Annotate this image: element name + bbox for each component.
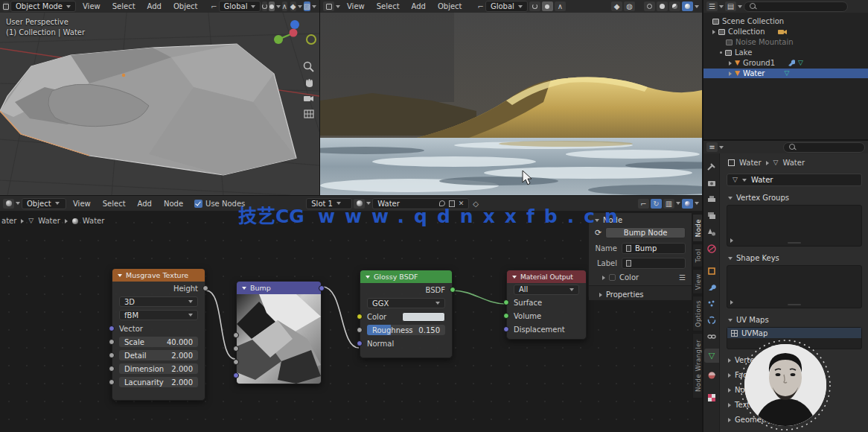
breadcrumb-data[interactable]: Water [782, 159, 805, 167]
shader-type-dropdown[interactable]: Object [22, 198, 66, 209]
socket-normal-output[interactable] [319, 285, 325, 291]
active-node-button[interactable]: Bump Node [605, 227, 686, 238]
tab-scene[interactable] [704, 225, 719, 239]
orientation-dropdown[interactable]: Global [485, 1, 528, 12]
sidebar-tab-tool[interactable]: Tool [692, 244, 702, 267]
shading-material-icon[interactable] [669, 1, 680, 11]
outliner-row-ground1[interactable]: ▼ Ground1 ▽ [703, 58, 868, 68]
socket-vector-input[interactable] [109, 325, 115, 331]
tab-particles[interactable] [704, 296, 719, 311]
tab-view-layer[interactable] [704, 209, 719, 223]
menu-object[interactable]: Object [433, 1, 467, 11]
outliner-row-lake[interactable]: Lake [703, 48, 868, 57]
properties-editor-type-icon[interactable]: ≡ [706, 142, 718, 152]
tab-object-data[interactable]: ▽ [704, 349, 719, 363]
outliner-row-scene-collection[interactable]: Scene Collection [703, 16, 868, 26]
pan-hand-icon[interactable] [303, 77, 315, 89]
tab-world[interactable] [704, 241, 719, 255]
overlays-icon[interactable]: ◍ [624, 1, 635, 11]
editor-type-icon[interactable] [323, 1, 334, 11]
menu-select[interactable]: Select [107, 1, 141, 11]
refresh-icon[interactable]: ⟳ [595, 228, 601, 238]
proportional-edit-icon[interactable] [542, 1, 553, 11]
falloff-curve-icon[interactable]: ∧ [282, 1, 287, 11]
tab-texture[interactable] [704, 390, 719, 404]
menu-object[interactable]: Object [168, 1, 203, 11]
socket-height-input[interactable] [233, 359, 239, 365]
tab-render[interactable] [704, 176, 719, 190]
collapse-icon[interactable] [242, 287, 246, 290]
scale-slider[interactable]: Scale40.000 [119, 337, 198, 347]
list-resize-grip[interactable] [788, 304, 801, 305]
outliner-filter-icon[interactable]: ☰ [706, 1, 718, 11]
collapse-icon[interactable] [118, 274, 122, 277]
tab-modifiers[interactable] [704, 280, 719, 294]
snap-toggle-icon[interactable]: ↻ [651, 199, 662, 209]
socket-height-output[interactable] [202, 285, 208, 291]
overlay-split-icon[interactable]: ▥ [663, 199, 674, 209]
shading-solid-icon[interactable] [657, 1, 668, 11]
proportional-edit-icon[interactable] [269, 1, 274, 11]
socket-normal-input[interactable] [357, 340, 363, 346]
panel-uv-maps[interactable]: UV Maps [721, 308, 868, 327]
sidebar-tab-view[interactable]: View [692, 269, 702, 294]
properties-search-input[interactable] [799, 144, 858, 151]
socket-distance-input[interactable] [233, 346, 239, 352]
collapse-icon[interactable] [366, 276, 370, 279]
vertex-groups-list[interactable] [727, 205, 862, 247]
menu-node[interactable]: Node [159, 199, 188, 209]
tab-physics[interactable] [704, 313, 719, 327]
dimension-slider[interactable]: Dimension2.000 [119, 363, 198, 374]
data-name-field[interactable]: ▽ Water [727, 174, 862, 186]
color-swatch[interactable] [402, 312, 445, 322]
snap-icon[interactable] [529, 1, 540, 11]
socket-color-input[interactable] [357, 314, 363, 320]
socket-normal-input[interactable] [233, 372, 239, 378]
falloff-curve-icon[interactable]: ∧ [555, 1, 566, 11]
node-musgrave-texture[interactable]: Musgrave Texture Height 3D fBM Vector Sc… [112, 268, 205, 401]
menu-select[interactable]: Select [371, 1, 405, 11]
orientation-dropdown[interactable]: Global [219, 1, 261, 12]
musgrave-dimensions-dropdown[interactable]: 3D [119, 296, 198, 307]
sidebar-tab-node[interactable]: Node [692, 214, 702, 242]
color-checkbox[interactable] [609, 274, 616, 281]
menu-view[interactable]: View [342, 1, 370, 11]
outliner-row-noise-mountain[interactable]: Noise Mountain [703, 37, 868, 47]
tab-output[interactable] [704, 192, 719, 206]
color-presets-icon[interactable]: ☰ [679, 273, 686, 282]
socket-detail-input[interactable] [109, 352, 115, 358]
breadcrumb-object[interactable]: Water [739, 159, 762, 167]
outliner-row-water[interactable]: ▼ Water ▽ [703, 69, 868, 78]
shading-wireframe-icon[interactable] [644, 1, 655, 11]
camera-view-icon[interactable] [303, 92, 315, 104]
shading-sphere-icon[interactable] [682, 199, 693, 209]
navigation-gizmo[interactable] [272, 18, 319, 58]
snap-icon[interactable] [262, 1, 267, 11]
sidebar-tab-node-wrangler[interactable]: Node Wrangler [692, 333, 702, 398]
panel-shape-keys[interactable]: Shape Keys [721, 247, 868, 265]
tab-object[interactable] [704, 264, 719, 278]
glossy-distribution-dropdown[interactable]: GGX [367, 298, 445, 308]
tab-material[interactable] [704, 368, 719, 382]
node-label-field[interactable] [622, 258, 686, 269]
uvmap-list-item[interactable]: UVMap [727, 328, 861, 338]
menu-add[interactable]: Add [133, 199, 157, 209]
show-gizmo-icon[interactable]: ◆ [611, 1, 622, 11]
zoom-tool-icon[interactable] [303, 61, 315, 73]
color-expand-icon[interactable] [602, 276, 605, 280]
roughness-slider[interactable]: Roughness 0.150 [367, 325, 445, 335]
show-gizmo-icon[interactable]: ◆ [290, 1, 296, 11]
outliner-search[interactable] [744, 1, 848, 12]
disclosure-icon[interactable] [729, 61, 732, 66]
xray-toggle-icon[interactable]: ▨ [304, 1, 310, 11]
collapse-icon[interactable] [512, 276, 517, 279]
socket-roughness-input[interactable] [357, 327, 363, 333]
shape-keys-list[interactable] [727, 265, 862, 308]
outliner-row-collection[interactable]: Collection [703, 27, 868, 36]
node-name-field[interactable]: Bump [622, 243, 686, 254]
menu-select[interactable]: Select [98, 199, 131, 209]
properties-search[interactable] [783, 142, 865, 153]
mode-dropdown[interactable]: Object Mode [10, 1, 76, 12]
outliner-display-mode-icon[interactable]: ▤ [725, 1, 736, 11]
sidebar-tab-options[interactable]: Options [692, 296, 702, 331]
